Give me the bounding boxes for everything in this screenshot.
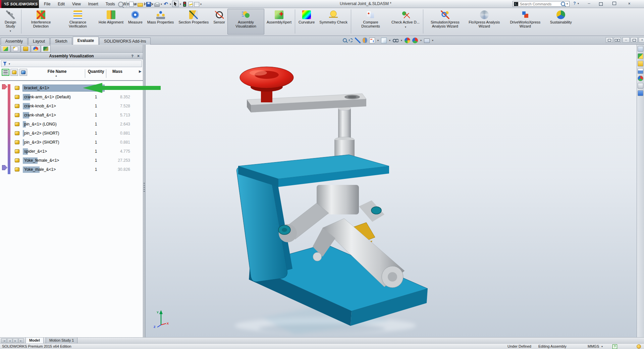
menu-tools[interactable]: Tools — [102, 0, 119, 8]
column-separator[interactable] — [106, 69, 106, 78]
minimize-button[interactable]: ─ — [586, 1, 592, 6]
table-row[interactable]: pin_&<2> (SHORT) 1 0.881 — [12, 129, 143, 138]
column-header-file-name[interactable]: File Name — [30, 69, 84, 74]
ribbon-button-design-study[interactable]: Design Study ▾ — [1, 9, 20, 35]
file-properties-icon[interactable] — [189, 2, 193, 7]
help-bubble-icon[interactable] — [637, 344, 641, 349]
configurationmanager-tab[interactable] — [21, 45, 31, 52]
dropdown-caret-icon[interactable]: ▾ — [180, 1, 181, 7]
row-name[interactable]: bracket_&<1> — [24, 84, 49, 93]
propertymanager-tab[interactable] — [11, 45, 20, 52]
ribbon-button-assemblyxpert[interactable]: AssemblyXpert — [264, 9, 294, 35]
doc-restore-icon[interactable] — [606, 37, 613, 43]
row-name[interactable]: crank-knob_&<1> — [24, 102, 56, 111]
grouped-view-button[interactable] — [10, 69, 18, 76]
save-icon[interactable] — [146, 2, 151, 7]
splitter-grip-icon[interactable] — [144, 183, 145, 193]
ribbon-button-measure[interactable]: Measure — [126, 9, 145, 35]
doc-minimize-button[interactable]: ─ — [623, 37, 630, 43]
doc-maximize-button[interactable] — [631, 37, 638, 43]
search-icon[interactable] — [561, 2, 565, 6]
ribbon-button-sensor[interactable]: Sensor — [211, 9, 227, 35]
design-library-icon[interactable] — [638, 53, 643, 59]
dropdown-caret-icon[interactable]: ▾ — [377, 38, 379, 43]
menu-file[interactable]: File — [40, 0, 54, 8]
realview-icon[interactable] — [405, 38, 410, 43]
table-row[interactable]: pin_&<1> (LONG) 1 2.643 — [12, 120, 143, 129]
dropdown-caret-icon[interactable]: ▾ — [135, 1, 137, 7]
panel-help-icon[interactable]: ? — [131, 53, 133, 59]
file-explorer-icon[interactable] — [638, 61, 643, 66]
ribbon-button-floxpress[interactable]: FloXpress Analysis Wizard — [466, 9, 503, 35]
assembly-visualization-tab[interactable] — [41, 45, 51, 52]
ribbon-button-mass-properties[interactable]: Mass Properties — [145, 9, 176, 35]
tab-model[interactable]: Model — [25, 338, 44, 344]
new-document-icon[interactable] — [129, 2, 133, 7]
table-row[interactable]: Yoke_female_&<1> 1 27.253 — [12, 156, 143, 165]
ribbon-button-check-active-document[interactable]: Check Active D... ▾ — [389, 9, 422, 35]
filter-bar[interactable]: ▾ — [1, 60, 142, 67]
rebuild-icon[interactable] — [183, 2, 186, 7]
displaymanager-tab[interactable] — [31, 45, 41, 52]
ribbon-button-symmetry-check[interactable]: Symmetry Check — [317, 9, 350, 35]
ribbon-button-assembly-visualization[interactable]: Assembly Visualization — [227, 9, 264, 35]
table-row[interactable]: crank-arm_&<1> (Default) 1 8.352 — [12, 93, 143, 102]
table-row[interactable]: Yoke_male_&<1> 1 30.826 — [12, 165, 143, 174]
view-palette-icon[interactable] — [638, 68, 643, 74]
units-selector[interactable]: MMGS — [588, 344, 599, 349]
dropdown-caret-icon[interactable]: ▾ — [578, 2, 579, 5]
column-header-quantity[interactable]: Quantity — [86, 69, 106, 74]
dropdown-caret-icon[interactable]: ▾ — [152, 1, 153, 7]
table-row[interactable]: pin_&<3> (SHORT) 1 0.881 — [12, 138, 143, 147]
ribbon-button-driveworksxpress[interactable]: DriveWorksXpress Wizard — [503, 9, 548, 35]
gradient-slider-top-handle[interactable] — [2, 84, 7, 89]
nav-prev-icon[interactable]: ◀ — [7, 338, 12, 343]
magnified-selection-icon[interactable] — [355, 38, 361, 43]
table-row[interactable]: crank-knob_&<1> 1 7.528 — [12, 102, 143, 111]
nav-last-icon[interactable]: ▶| — [18, 338, 24, 343]
print-icon[interactable] — [154, 3, 160, 7]
options-icon[interactable] — [194, 2, 199, 7]
dropdown-caret-icon[interactable]: ▾ — [9, 61, 10, 67]
display-style-icon[interactable] — [381, 38, 387, 43]
row-name[interactable]: crank-arm_&<1> (Default) — [24, 93, 71, 102]
column-header-mass[interactable]: Mass — [106, 69, 128, 74]
ribbon-button-section-properties[interactable]: Section Properties — [176, 9, 211, 35]
row-name[interactable]: Yoke_male_&<1> — [24, 165, 56, 174]
forum-icon[interactable] — [638, 90, 643, 96]
search-input[interactable] — [519, 2, 560, 6]
row-name[interactable]: pin_&<1> (LONG) — [24, 120, 57, 129]
graphics-viewport[interactable]: Y X Z — [146, 45, 637, 337]
row-name[interactable]: pin_&<2> (SHORT) — [24, 129, 59, 138]
hide-show-items-icon[interactable] — [393, 38, 398, 43]
row-name[interactable]: pin_&<3> (SHORT) — [24, 138, 59, 147]
universal-joint-model[interactable] — [215, 55, 449, 337]
dropdown-caret-icon[interactable]: ▾ — [389, 38, 390, 43]
open-icon[interactable] — [138, 3, 143, 7]
undo-icon[interactable]: ↶ — [163, 1, 169, 7]
apply-scene-icon[interactable] — [424, 39, 430, 43]
menu-view[interactable]: View — [68, 0, 85, 8]
tab-assembly[interactable]: Assembly — [1, 38, 28, 45]
tab-sketch[interactable]: Sketch — [50, 38, 72, 45]
row-name[interactable]: Yoke_female_&<1> — [24, 156, 59, 165]
close-button[interactable]: × — [626, 1, 633, 6]
quick-tips-icon[interactable]: ? — [612, 344, 617, 349]
help-button[interactable]: ? — [572, 1, 577, 6]
ribbon-button-clearance-verification[interactable]: Clearance Verification — [59, 9, 96, 35]
dropdown-caret-icon[interactable]: ▾ — [401, 38, 402, 43]
ribbon-button-sustainability[interactable]: Sustainability — [548, 9, 574, 35]
dropdown-caret-icon[interactable]: ▾ — [200, 1, 202, 7]
dropdown-caret-icon[interactable]: ▾ — [432, 38, 433, 43]
flat-view-button[interactable] — [2, 69, 9, 76]
tab-layout[interactable]: Layout — [28, 38, 50, 45]
doc-split-icon[interactable] — [614, 37, 621, 43]
row-name[interactable]: crank-shaft_&<1> — [24, 111, 56, 120]
section-view-icon[interactable] — [363, 38, 367, 43]
table-row[interactable]: crank-shaft_&<1> 1 5.713 — [12, 111, 143, 120]
view-orientation-icon[interactable] — [369, 38, 375, 43]
nav-first-icon[interactable]: |◀ — [1, 338, 7, 343]
tab-solidworks-add-ins[interactable]: SOLIDWORKS Add-Ins — [99, 38, 151, 45]
crank-knob[interactable] — [240, 67, 293, 102]
dropdown-caret-icon[interactable]: ▾ — [405, 24, 406, 30]
